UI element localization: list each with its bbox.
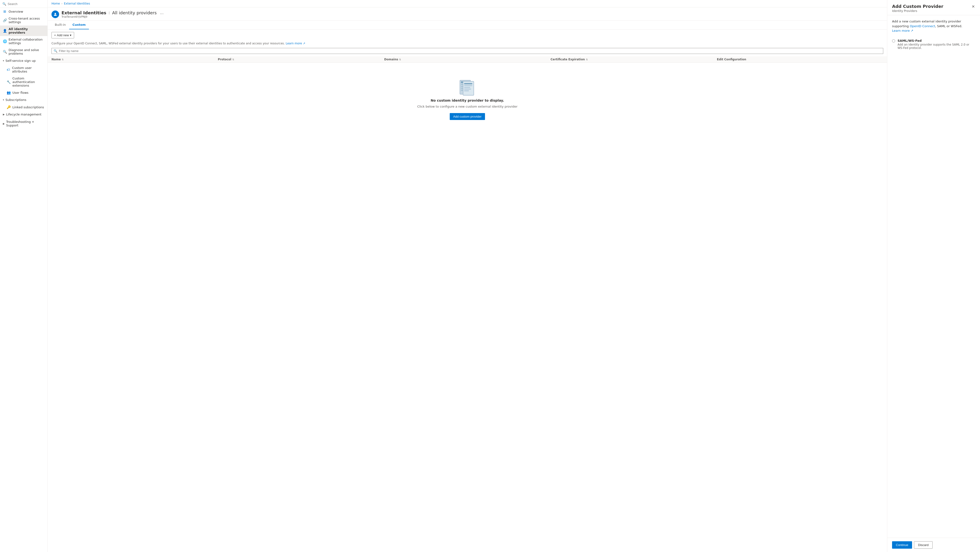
panel-desc-suffix: , SAML or WSFed. [935, 24, 963, 28]
breadcrumb-home[interactable]: Home [51, 2, 60, 5]
panel-learn-more-link[interactable]: Learn more ↗ [892, 29, 913, 32]
info-bar: Configure your OpenID Connect, SAML, WSF… [48, 41, 887, 48]
svg-rect-12 [464, 90, 469, 91]
overview-icon: ⊞ [3, 10, 7, 13]
sidebar-item-label: Custom authentication extensions [13, 77, 45, 87]
empty-state-description: Click below to configure a new custom ex… [417, 105, 518, 108]
sidebar-item-cross-tenant[interactable]: 🔗 Cross-tenant access settings [0, 15, 48, 26]
page-header-text: External Identities | All identity provi… [62, 10, 164, 18]
tab-custom[interactable]: Custom [69, 21, 89, 29]
panel-footer: Continue Discard [887, 538, 980, 552]
sort-icon-domains[interactable]: ⇅ [399, 58, 401, 61]
user-flows-icon: 👥 [7, 91, 11, 94]
col-header-edit: Edit Configuration [717, 58, 883, 61]
continue-button[interactable]: Continue [892, 541, 912, 549]
more-options-button[interactable]: ... [160, 11, 164, 15]
chevron-right-icon: ▶ [3, 113, 5, 116]
empty-state-icon [457, 77, 478, 99]
sidebar-item-custom-auth-ext[interactable]: 🔧 Custom authentication extensions [0, 75, 48, 89]
custom-user-attrs-icon: 🏷 [7, 68, 10, 72]
saml-wsfed-radio[interactable] [892, 39, 895, 43]
sort-icon-name[interactable]: ⇅ [62, 58, 64, 61]
sidebar-item-overview[interactable]: ⊞ Overview [0, 8, 48, 15]
col-header-domains: Domains ⇅ [384, 58, 550, 61]
add-custom-provider-button[interactable]: Add custom provider [450, 113, 485, 120]
sort-icon-cert[interactable]: ⇅ [586, 58, 588, 61]
chevron-right-icon-2: ▶ [3, 122, 5, 125]
info-text: Configure your OpenID Connect, SAML, WSF… [51, 42, 285, 45]
add-label: Add new [57, 34, 69, 37]
table-header: Name ⇅ Protocol ⇅ Domains ⇅ Certificate … [48, 56, 887, 63]
svg-rect-11 [464, 89, 471, 90]
breadcrumb: Home › External Identities [48, 0, 887, 7]
panel-option-saml: SAML/WS-Fed Add an identity provider sup… [892, 37, 975, 52]
panel-external-link-icon: ↗ [910, 29, 913, 32]
filter-icon: 🔍 [54, 49, 57, 53]
right-panel: Add Custom Provider Identity Providers ✕… [887, 0, 980, 552]
chevron-down-icon-2: ▾ [3, 99, 4, 101]
col-header-name: Name ⇅ [51, 58, 218, 61]
sidebar-item-diagnose[interactable]: 🔍 Diagnose and solve problems [0, 46, 48, 57]
self-service-section[interactable]: ▾ Self-service sign up [0, 57, 48, 64]
panel-close-button[interactable]: ✕ [971, 4, 975, 9]
search-input[interactable] [8, 2, 48, 6]
chevron-down-icon: ▾ [3, 59, 4, 62]
cross-tenant-icon: 🔗 [3, 18, 7, 22]
page-icon [51, 11, 59, 18]
breadcrumb-section[interactable]: External Identities [64, 2, 90, 5]
svg-point-0 [54, 13, 56, 14]
panel-header: Add Custom Provider Identity Providers ✕ [887, 0, 980, 15]
svg-rect-8 [464, 83, 473, 84]
custom-auth-icon: 🔧 [7, 80, 11, 84]
panel-option-content: SAML/WS-Fed Add an identity provider sup… [897, 39, 975, 49]
saml-option-label: SAML/WS-Fed [897, 39, 975, 43]
filter-bar: 🔍 [48, 48, 887, 56]
svg-rect-10 [464, 87, 470, 88]
external-link-icon: ↗ [303, 42, 305, 45]
panel-title: Add Custom Provider [892, 4, 943, 9]
panel-header-text: Add Custom Provider Identity Providers [892, 4, 943, 13]
saml-option-description: Add an identity provider supports the SA… [897, 43, 975, 49]
diagnose-icon: 🔍 [3, 50, 7, 54]
col-header-protocol: Protocol ⇅ [218, 58, 384, 61]
identity-icon: 👤 [3, 29, 7, 33]
sidebar-item-external-collab[interactable]: 🌐 External collaboration settings [0, 36, 48, 46]
sidebar-item-lifecycle[interactable]: ▶ Lifecycle management [0, 111, 48, 118]
sidebar-item-label: Diagnose and solve problems [9, 48, 45, 55]
sidebar-item-user-flows[interactable]: 👥 User flows [0, 89, 48, 96]
learn-more-link[interactable]: Learn more ↗ [286, 42, 305, 45]
external-collab-icon: 🌐 [3, 39, 7, 43]
sort-icon-protocol[interactable]: ⇅ [232, 58, 234, 61]
discard-button[interactable]: Discard [914, 541, 932, 549]
sidebar-item-linked-subscriptions[interactable]: 🔑 Linked subscriptions [0, 104, 48, 111]
sidebar-item-label: Troubleshooting + Support [6, 120, 45, 127]
subscriptions-section[interactable]: ▾ Subscriptions [0, 96, 48, 104]
empty-state: No custom identity provider to display. … [48, 63, 887, 134]
sidebar-item-custom-user-attrs[interactable]: 🏷 Custom user attributes [0, 64, 48, 75]
sidebar-search-container: 🔍 ◁ [0, 0, 48, 8]
panel-content: Add a new custom external identity provi… [887, 15, 980, 538]
filter-container: 🔍 [51, 48, 883, 54]
panel-description: Add a new custom external identity provi… [892, 19, 975, 33]
sidebar-item-troubleshooting[interactable]: ▶ Troubleshooting + Support [0, 118, 48, 129]
sidebar: 🔍 ◁ ⊞ Overview 🔗 Cross-tenant access set… [0, 0, 48, 552]
add-new-button[interactable]: + Add new ▾ [51, 32, 74, 38]
sidebar-item-label: User flows [13, 91, 29, 94]
tab-bar: Built-in Custom [48, 21, 887, 30]
section-label: Self-service sign up [5, 59, 36, 62]
chevron-down-icon-3: ▾ [70, 34, 72, 37]
sidebar-item-all-identity[interactable]: 👤 All identity providers [0, 26, 48, 36]
search-icon: 🔍 [2, 2, 6, 6]
sidebar-item-label: Lifecycle management [6, 113, 41, 116]
filter-input[interactable] [59, 49, 881, 53]
panel-subtitle: Identity Providers [892, 9, 943, 13]
add-icon: + [54, 34, 56, 37]
sidebar-item-label: Cross-tenant access settings [9, 17, 45, 24]
section-label: Subscriptions [5, 98, 27, 102]
col-header-cert: Certificate Expiration ⇅ [550, 58, 717, 61]
openid-connect-link[interactable]: OpenID Connect [910, 24, 935, 28]
page-header: External Identities | All identity provi… [48, 7, 887, 21]
sidebar-item-label: Custom user attributes [12, 66, 45, 73]
tab-built-in[interactable]: Built-in [51, 21, 69, 29]
empty-state-title: No custom identity provider to display. [431, 99, 504, 102]
